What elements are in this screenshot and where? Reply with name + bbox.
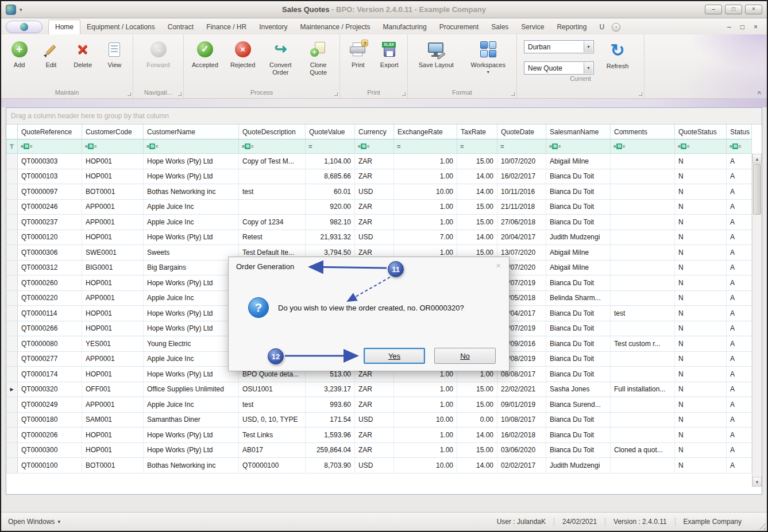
- grid-cell[interactable]: 15.00: [457, 397, 497, 412]
- refresh-button[interactable]: ↻ Refresh: [600, 40, 635, 75]
- chevron-down-icon[interactable]: ▾: [584, 63, 593, 73]
- grid-cell[interactable]: [611, 261, 675, 275]
- grid-cell[interactable]: QT0000320: [18, 382, 82, 397]
- tab-reporting[interactable]: Reporting: [550, 20, 593, 34]
- grid-cell[interactable]: 10/08/2017: [497, 413, 546, 428]
- filter-cell-taxrate[interactable]: =: [457, 139, 497, 153]
- grid-cell[interactable]: A: [727, 352, 752, 367]
- mdi-restore-icon[interactable]: □: [740, 23, 744, 31]
- add-button[interactable]: + Add: [3, 39, 35, 69]
- grid-cell[interactable]: 10/11/2016: [497, 184, 546, 199]
- no-button[interactable]: No: [434, 348, 496, 364]
- grid-cell[interactable]: 14.00: [457, 184, 497, 199]
- grid-cell[interactable]: HOP001: [82, 230, 144, 245]
- grid-cell[interactable]: N: [675, 200, 727, 215]
- table-row[interactable]: QT0000300HOP001Hope Works (Pty) LtdAB017…: [6, 443, 752, 459]
- grid-cell[interactable]: OSU1001: [239, 382, 306, 397]
- grid-cell[interactable]: QT0000300: [18, 443, 82, 458]
- grid-cell[interactable]: APP0001: [82, 397, 144, 412]
- grid-cell[interactable]: [611, 154, 675, 169]
- tab-finance-hr[interactable]: Finance / HR: [200, 20, 253, 34]
- grid-cell[interactable]: Test Links: [239, 428, 306, 442]
- grid-cell[interactable]: [611, 291, 675, 306]
- grid-cell[interactable]: ZAR: [355, 428, 394, 442]
- grid-cell[interactable]: [611, 184, 675, 199]
- grid-cell[interactable]: APP0001: [82, 291, 144, 306]
- grid-cell[interactable]: 1.00: [394, 200, 457, 215]
- grid-cell[interactable]: A: [727, 306, 752, 321]
- grid-cell[interactable]: A: [727, 336, 752, 351]
- grid-cell[interactable]: 10.00: [394, 458, 457, 473]
- grid-cell[interactable]: A: [727, 382, 752, 397]
- grid-cell[interactable]: 15.00: [457, 443, 497, 458]
- grid-cell[interactable]: 993.60: [306, 397, 355, 412]
- tab-home[interactable]: Home: [48, 20, 80, 34]
- grid-cell[interactable]: A: [727, 215, 752, 230]
- grid-cell[interactable]: N: [675, 261, 727, 275]
- grid-cell[interactable]: A: [727, 428, 752, 442]
- maximize-button[interactable]: □: [725, 5, 742, 14]
- grid-cell[interactable]: N: [675, 336, 727, 351]
- grid-cell[interactable]: YES001: [82, 336, 144, 351]
- grid-cell[interactable]: ZAR: [355, 200, 394, 215]
- grid-cell[interactable]: Abigail Milne: [546, 245, 611, 260]
- grid-cell[interactable]: N: [675, 169, 727, 184]
- convert-order-button[interactable]: ↪ Convert Order: [264, 39, 296, 76]
- column-header-exchangerate[interactable]: ExchangeRate: [394, 125, 457, 139]
- grid-cell[interactable]: 21/11/2018: [497, 200, 546, 215]
- tab-inventory[interactable]: Inventory: [253, 20, 294, 34]
- grid-cell[interactable]: QT0000174: [18, 367, 82, 382]
- filter-cell-customercode[interactable]: aBc: [82, 139, 144, 153]
- grid-cell[interactable]: 16/02/2018: [497, 428, 546, 442]
- grid-cell[interactable]: HOP001: [82, 428, 144, 442]
- quote-type-combobox[interactable]: New Quote ▾: [524, 61, 594, 75]
- dialog-launcher-icon[interactable]: [128, 92, 131, 96]
- dialog-close-icon[interactable]: ×: [496, 261, 501, 270]
- grid-cell[interactable]: N: [675, 184, 727, 199]
- grid-cell[interactable]: N: [675, 397, 727, 412]
- grid-cell[interactable]: Sasha Jones: [546, 382, 611, 397]
- grid-cell[interactable]: BIG0001: [82, 261, 144, 275]
- grid-cell[interactable]: Bianca Du Toit: [546, 352, 611, 367]
- column-header-customercode[interactable]: CustomerCode: [82, 125, 144, 139]
- mdi-close-icon[interactable]: ×: [754, 23, 758, 31]
- grid-cell[interactable]: [611, 428, 675, 442]
- grid-cell[interactable]: A: [727, 443, 752, 458]
- grid-cell[interactable]: Hope Works (Pty) Ltd: [144, 367, 239, 382]
- grid-cell[interactable]: QT0000237: [18, 215, 82, 230]
- grid-cell[interactable]: USD: [355, 458, 394, 473]
- grid-cell[interactable]: N: [675, 458, 727, 473]
- grid-cell[interactable]: Bianca Du Toit: [546, 336, 611, 351]
- grid-cell[interactable]: Bianca Du Toit: [546, 321, 611, 336]
- filter-funnel-icon[interactable]: [9, 144, 14, 149]
- grid-cell[interactable]: ZAR: [355, 154, 394, 169]
- grid-cell[interactable]: Hope Works (Pty) Ltd: [144, 275, 239, 290]
- grid-cell[interactable]: QT0000277: [18, 352, 82, 367]
- grid-cell[interactable]: 7.00: [394, 230, 457, 245]
- delete-button[interactable]: Delete: [67, 39, 99, 69]
- table-row[interactable]: QT0000237APP0001Apple Juice IncCopy of 1…: [6, 215, 752, 230]
- grid-cell[interactable]: QT0000266: [18, 321, 82, 336]
- grid-cell[interactable]: 10/07/2020: [497, 154, 546, 169]
- grid-cell[interactable]: Bianca Du Toit: [546, 443, 611, 458]
- grid-cell[interactable]: QT0000220: [18, 291, 82, 306]
- grid-cell[interactable]: A: [727, 261, 752, 275]
- grid-cell[interactable]: BOT0001: [82, 458, 144, 473]
- grid-cell[interactable]: Bianca Du Toit: [546, 200, 611, 215]
- grid-cell[interactable]: Hope Works (Pty) Ltd: [144, 154, 239, 169]
- grid-cell[interactable]: N: [675, 215, 727, 230]
- grid-cell[interactable]: QT0000260: [18, 275, 82, 290]
- table-row[interactable]: QT0000246APP0001Apple Juice Inc920.00ZAR…: [6, 200, 752, 215]
- table-row[interactable]: QT0000103HOP001Hope Works (Pty) Ltd8,685…: [6, 169, 752, 185]
- grid-cell[interactable]: N: [675, 428, 727, 442]
- grid-cell[interactable]: Retest: [239, 230, 306, 245]
- view-button[interactable]: View: [99, 39, 130, 69]
- tab-u[interactable]: U: [593, 20, 611, 34]
- grid-cell[interactable]: Bianca Du Toit: [546, 306, 611, 321]
- grid-cell[interactable]: test: [239, 184, 306, 199]
- grid-cell[interactable]: Bianca Du Toit: [546, 275, 611, 290]
- grid-cell[interactable]: [611, 215, 675, 230]
- grid-cell[interactable]: 982.10: [306, 215, 355, 230]
- filter-cell-quotestatus[interactable]: aBc: [675, 139, 727, 153]
- grid-cell[interactable]: ZAR: [355, 397, 394, 412]
